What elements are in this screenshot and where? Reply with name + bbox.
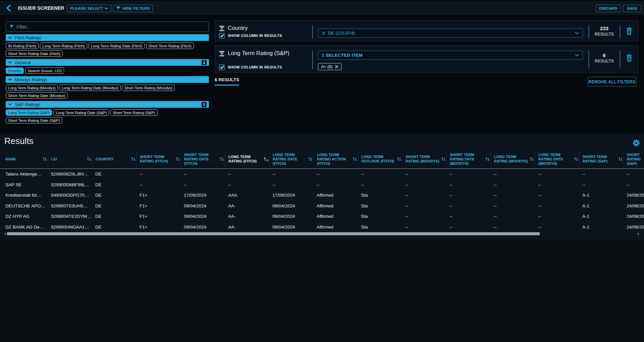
table-cell: 17/09/2024 (269, 190, 314, 201)
filter-tag[interactable]: Short Term Rating Date (Fitch) (6, 50, 63, 57)
column-header[interactable]: LONG TERM RATING DATE (MOODYS) (535, 150, 579, 168)
table-cell: -- (491, 211, 535, 222)
column-header[interactable]: SHORT TERM RATING (MOODYS) (402, 150, 446, 168)
sort-icon[interactable] (485, 157, 490, 161)
save-button[interactable]: SAVE (623, 5, 641, 12)
sort-ascending-icon[interactable] (263, 157, 269, 161)
remove-chip-icon[interactable] (335, 65, 338, 68)
hide-filters-button[interactable]: HIDE FILTERS (113, 5, 153, 12)
table-row[interactable]: DZ HYP AG5299004TE2DYM…DEF1+09/04/2024AA… (0, 211, 644, 222)
rating-filter-dropdown[interactable]: 1 SELECTED ITEM (318, 51, 583, 60)
sort-icon[interactable] (308, 157, 313, 161)
sort-icon[interactable] (441, 157, 446, 161)
column-header-label: LEI (48, 157, 62, 161)
table-row[interactable]: DZ BANK AG De…529900HNOAA1…DEF1+09/04/20… (0, 222, 644, 233)
table-row[interactable]: Kreditanstalt für…549300GDPG70…DEF1+17/0… (0, 190, 644, 201)
section-header-general[interactable]: General1 (6, 59, 209, 66)
gear-settings-icon[interactable] (633, 139, 640, 148)
table-cell: Affirmed (314, 201, 358, 211)
scrollbar-thumb[interactable] (7, 232, 540, 235)
sort-icon[interactable] (396, 157, 401, 161)
table-body: Talanx Aktienge…5299006ZIILJ6V…DE-------… (0, 169, 644, 232)
column-header[interactable]: LONG TERM RATING DATE (FITCH) (269, 150, 314, 168)
clear-x-icon[interactable] (322, 31, 326, 35)
sort-icon[interactable] (175, 157, 180, 161)
discard-label: DISCARD (599, 6, 618, 10)
column-header[interactable]: NAME (4, 150, 48, 168)
table-cell: -- (491, 190, 535, 201)
section-header-fitch-ratings[interactable]: Fitch Ratings (6, 34, 209, 41)
filter-tag[interactable]: Long Term Rating (Fitch) (40, 43, 87, 49)
scroll-right-arrow-icon[interactable] (638, 233, 639, 235)
table-cell: -- (535, 211, 579, 222)
sort-icon[interactable] (618, 157, 623, 161)
table-row[interactable]: DEUTSCHE APO…5299007S3UH5…DEF1+09/04/202… (0, 201, 644, 211)
top-bar: ISSUER SCREENER PLEASE SELECT HIDE FILTE… (0, 0, 644, 14)
discard-button[interactable]: DISCARD (596, 5, 621, 12)
sort-icon[interactable] (42, 157, 47, 161)
sort-icon[interactable] (529, 157, 534, 161)
back-arrow-icon[interactable] (5, 4, 13, 12)
filter-tag[interactable]: Long Term Rating (S&P) (6, 109, 52, 116)
sort-icon[interactable] (87, 157, 92, 161)
table-row[interactable]: SAP SE529900D6BF99L…DE------------------… (0, 180, 644, 190)
filter-tag[interactable]: Long Term Rating Date (Moodys) (59, 85, 121, 91)
filter-tag[interactable]: Short Term Rating Date (S&P) (6, 117, 62, 124)
table-cell: A-1 (579, 222, 624, 233)
show-column-checkbox[interactable] (219, 33, 225, 39)
filter-tag[interactable]: Long Term Rating (Moodys) (6, 85, 58, 91)
delete-filter-button[interactable] (626, 54, 633, 63)
column-header[interactable]: COUNTRY (92, 150, 137, 168)
results-label: RESULTS (589, 32, 620, 37)
filter-tag[interactable]: Short Term Rating Date (Moodys) (6, 92, 68, 99)
filter-tag[interactable]: Search (Issuer, LEI) (25, 67, 64, 74)
filter-tag[interactable]: Ifs Rating (Fitch) (6, 43, 39, 49)
horizontal-scrollbar[interactable] (0, 232, 644, 235)
column-header[interactable]: LONG TERM RATING (FITCH) (225, 150, 269, 168)
scroll-left-arrow-icon[interactable] (4, 233, 6, 235)
filter-name: Country (228, 25, 248, 32)
selected-value-chip[interactable]: A+ (6) (318, 63, 341, 70)
section-header-s-p-ratings[interactable]: S&P Ratings1 (6, 101, 209, 108)
results-count-tab[interactable]: 6 RESULTS (215, 77, 239, 86)
preset-select-dropdown[interactable]: PLEASE SELECT (67, 5, 111, 12)
table-cell: 24/06/2024 (624, 201, 644, 211)
column-header[interactable]: SHORT RATING (S&P) (624, 150, 644, 168)
table-cell: -- (579, 169, 624, 180)
chevron-down-icon (104, 7, 108, 10)
sort-icon[interactable] (352, 157, 357, 161)
filter-search-input[interactable]: Filter... (6, 21, 209, 32)
sort-icon[interactable] (131, 157, 136, 161)
divider (620, 51, 620, 68)
column-header[interactable]: LONG TERM RATING (MOODYS) (491, 150, 535, 168)
filter-tag[interactable]: Country (6, 67, 24, 74)
table-row[interactable]: Talanx Aktienge…5299006ZIILJ6V…DE-------… (0, 169, 644, 180)
filter-tag[interactable]: Long Term Rating Date (S&P) (53, 109, 109, 116)
column-header[interactable]: SHORT TERM RATING DATE (FITCH) (181, 150, 225, 168)
column-header-label: SHORT TERM RATING (FITCH) (137, 155, 181, 163)
table-cell: -- (269, 169, 314, 180)
table-cell: Sta (358, 190, 402, 201)
filter-tag[interactable]: Short Term Rating (S&P) (110, 109, 157, 116)
column-header[interactable]: SHORT TERM RATING DATE (MOODYS) (446, 150, 491, 168)
sort-icon[interactable] (219, 157, 224, 161)
filter-tag[interactable]: Short Term Rating (Fitch) (146, 43, 194, 49)
show-column-checkbox[interactable] (219, 64, 225, 70)
column-header[interactable]: SHORT TERM RATING (FITCH) (137, 150, 181, 168)
remove-all-filters-button[interactable]: REMOVE ALL FILTERS (588, 77, 636, 87)
dropdown-value: 1 SELECTED ITEM (322, 53, 363, 58)
table-cell: -- (446, 190, 491, 201)
column-header[interactable]: LONG TERM RATING ACTION (FITCH) (314, 150, 358, 168)
column-header[interactable]: LONG TERM OUTLOOK (FITCH) (358, 150, 402, 168)
filter-tag[interactable]: Long Term Rating Date (Fitch) (89, 43, 145, 49)
sort-icon[interactable] (574, 157, 579, 161)
filter-tag[interactable]: Short Term Rating (Moodys) (122, 85, 175, 91)
section-header-moodys-ratings[interactable]: Moodys Ratings (6, 76, 209, 83)
delete-filter-button[interactable] (626, 27, 633, 37)
column-header[interactable]: LEI (48, 150, 92, 168)
table-cell: Affirmed (314, 190, 358, 201)
country-filter-dropdown[interactable]: DE (215,974) (318, 29, 583, 38)
divider (312, 26, 313, 38)
chevron-down-icon (575, 32, 579, 35)
column-header[interactable]: SHORT TERM RATING (S&P) (579, 150, 624, 168)
